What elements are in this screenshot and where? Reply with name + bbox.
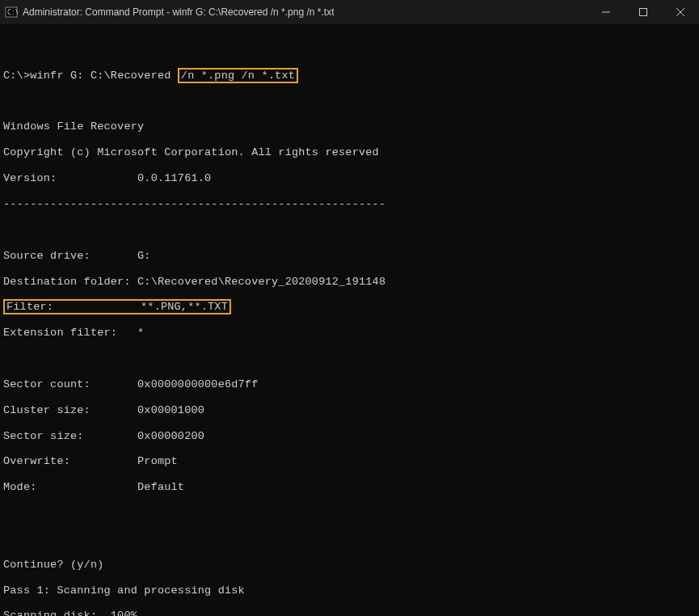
prompt-prefix: C:\>: [3, 70, 30, 82]
header-copyright: Copyright (c) Microsoft Corporation. All…: [3, 146, 696, 159]
close-button[interactable]: [662, 0, 699, 24]
header-version: Version: 0.0.11761.0: [3, 172, 696, 185]
command-part1: winfr G: C:\Recovered: [30, 70, 178, 82]
dest-folder: Destination folder: C:\Recovered\Recover…: [3, 276, 696, 289]
empty-line: [3, 533, 696, 546]
empty-line: [3, 224, 696, 237]
empty-line: [3, 507, 696, 520]
titlebar: C:\ Administrator: Command Prompt - winf…: [0, 0, 699, 24]
sector-count: Sector count: 0x0000000000e6d7ff: [3, 378, 696, 391]
terminal-output[interactable]: C:\>winfr G: C:\Recovered /n *.png /n *.…: [0, 24, 699, 616]
filter-highlight: Filter: **.PNG,**.TXT: [3, 299, 231, 314]
svg-rect-3: [640, 9, 647, 16]
empty-line: [3, 44, 696, 57]
empty-line: [3, 95, 696, 108]
cluster-size: Cluster size: 0x00001000: [3, 404, 696, 417]
window-title: Administrator: Command Prompt - winfr G:…: [23, 6, 587, 18]
cmd-icon: C:\: [5, 6, 18, 19]
continue-prompt: Continue? (y/n): [3, 559, 696, 572]
source-drive: Source drive: G:: [3, 250, 696, 263]
scanning: Scanning disk: 100%: [3, 610, 696, 616]
minimize-button[interactable]: [587, 0, 625, 24]
pass1: Pass 1: Scanning and processing disk: [3, 584, 696, 597]
command-line: C:\>winfr G: C:\Recovered /n *.png /n *.…: [3, 70, 696, 82]
filter-line: Filter: **.PNG,**.TXT: [3, 301, 696, 314]
svg-text:C:\: C:\: [7, 9, 18, 16]
window-controls: [587, 0, 699, 24]
divider: ----------------------------------------…: [3, 198, 696, 211]
command-highlight: /n *.png /n *.txt: [178, 68, 298, 83]
header-product: Windows File Recovery: [3, 120, 696, 133]
extension-filter: Extension filter: *: [3, 327, 696, 340]
sector-size: Sector size: 0x00000200: [3, 430, 696, 443]
maximize-button[interactable]: [625, 0, 662, 24]
empty-line: [3, 352, 696, 365]
mode: Mode: Default: [3, 481, 696, 494]
overwrite: Overwrite: Prompt: [3, 455, 696, 468]
